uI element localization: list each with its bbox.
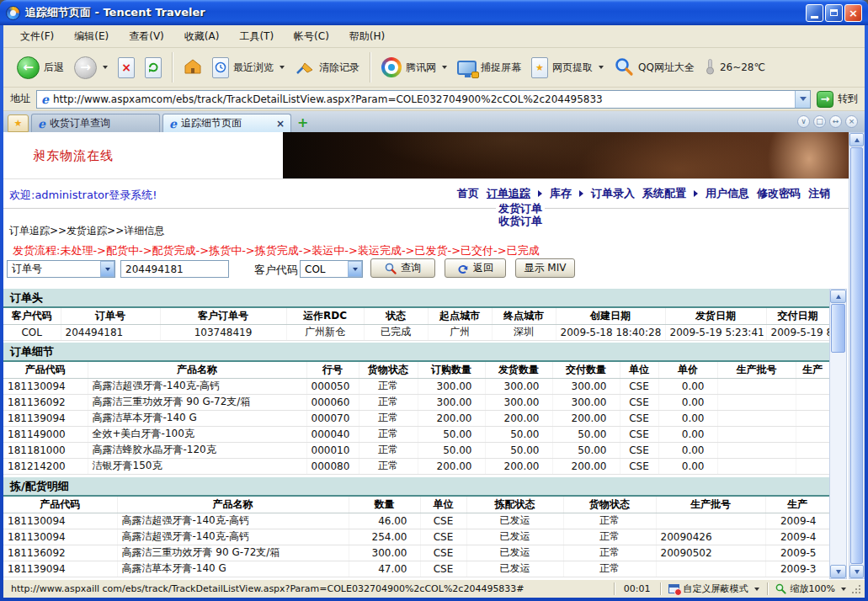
back-button[interactable]: ← 后退 [12, 54, 69, 82]
table-cell: CSE [620, 458, 658, 474]
table-cell: 300.00 [349, 545, 420, 561]
new-tab-button[interactable]: + [297, 116, 308, 130]
tab-receive-order-query[interactable]: e 收货订单查询 [31, 114, 160, 132]
show-miv-button[interactable]: 显示 MIV [515, 258, 575, 278]
nav-item[interactable]: 系统配置 [642, 186, 686, 201]
stop-button[interactable]: × [113, 55, 140, 81]
nav-item[interactable]: 修改密码 [757, 186, 801, 201]
stop-icon: × [118, 57, 135, 78]
tab-strip-controls: ∨ □ ↔ × [797, 115, 858, 128]
web-extract-button[interactable]: ★ 网页提取 [526, 55, 609, 81]
scroll-down-button[interactable] [830, 565, 846, 578]
forward-button[interactable]: → [69, 54, 113, 82]
select-arrow-button[interactable] [348, 261, 362, 277]
tab-bar: ★ e 收货订单查询 e 追踪细节页面 × + ∨ □ ↔ × [3, 111, 865, 132]
nav-sub-item[interactable]: 发货订单 [498, 202, 542, 215]
nav-item[interactable]: 订单追踪 [487, 186, 530, 201]
table-cell [717, 458, 796, 474]
nav-item[interactable]: 注销 [808, 186, 830, 201]
chevron-up-icon [855, 138, 860, 142]
nav-item[interactable]: 库存 [550, 186, 572, 201]
order-number-input[interactable] [120, 260, 229, 278]
scrollbar-thumb[interactable] [831, 304, 845, 353]
menu-item[interactable]: 收藏(A) [174, 25, 230, 47]
tab-list-button[interactable]: ∨ [797, 115, 810, 128]
window-title: 追踪细节页面 - Tencent Traveler [25, 5, 205, 20]
chevron-down-icon [800, 97, 807, 101]
select-arrow-button[interactable] [100, 261, 114, 277]
order-type-select[interactable]: 订单号 [7, 260, 115, 278]
return-button[interactable]: 返回 [445, 258, 506, 278]
table-cell: 181181000 [3, 442, 88, 458]
nav-item[interactable]: 订单录入 [591, 186, 635, 201]
home-button[interactable] [178, 56, 207, 80]
table-cell [796, 394, 829, 410]
content-scrollbar[interactable] [829, 289, 847, 579]
breadcrumb: 订单追踪>>发货追踪>>详细信息 [9, 224, 164, 238]
order-type-value: 订单号 [8, 262, 100, 276]
back-label: 后退 [44, 61, 64, 75]
customer-code-select[interactable]: COL [300, 260, 363, 278]
zoom-control[interactable]: 缩放100% [771, 582, 850, 595]
maximize-button[interactable] [825, 4, 843, 22]
scrollbar-thumb[interactable] [850, 147, 863, 564]
qq-sites-button[interactable]: QQ网址大全 [609, 54, 700, 82]
menu-item[interactable]: 文件(F) [10, 25, 64, 47]
window-controls: × [806, 4, 862, 22]
close-button[interactable]: × [844, 4, 862, 22]
block-mode-button[interactable]: 自定义屏蔽模式 [664, 582, 764, 595]
recent-browse-button[interactable]: 最近浏览 [207, 55, 290, 81]
capture-screen-button[interactable]: 捕捉屏幕 [452, 58, 526, 77]
favorites-button[interactable]: ★ [8, 114, 29, 132]
menu-item[interactable]: 查看(V) [119, 25, 174, 47]
menu-item[interactable]: 编辑(E) [64, 25, 119, 47]
table-cell: 2009-3 [765, 561, 829, 577]
address-dropdown-button[interactable] [795, 91, 810, 108]
tab-strip-close-button[interactable]: × [845, 115, 858, 128]
address-input[interactable]: e http://www.aspxamcom/ebs/track/TrackDe… [36, 90, 811, 109]
status-time: 00:01 [618, 583, 657, 594]
nav-item[interactable]: 首页 [457, 186, 479, 201]
minimize-button[interactable] [806, 4, 823, 22]
query-button[interactable]: 查询 [370, 258, 435, 278]
tab-track-detail[interactable]: e 追踪细节页面 × [162, 114, 291, 132]
address-bar: 地址 e http://www.aspxamcom/ebs/track/Trac… [3, 88, 865, 111]
weather-widget[interactable]: 26~28℃ [700, 56, 770, 80]
menu-item[interactable]: 帮助(H) [339, 25, 395, 47]
table-cell: 洁银牙膏150克 [88, 458, 306, 474]
tab-expand-button[interactable]: ↔ [829, 115, 842, 128]
menu-item[interactable]: 帐号(C) [284, 25, 339, 47]
table-cell: CSE [420, 561, 466, 577]
column-header: 运作RDC [286, 307, 364, 324]
ie-page-icon: e [169, 117, 177, 130]
nav-sub-item[interactable]: 收货订单 [498, 215, 542, 227]
column-header: 起点城市 [428, 307, 492, 324]
table-cell: 2009-5-18 18:40:28 [556, 324, 665, 340]
browser-scrollbar[interactable] [849, 132, 865, 579]
return-arrow-icon [457, 263, 469, 274]
web-extract-label: 网页提取 [552, 61, 593, 75]
section-title: 订单头 [3, 289, 829, 306]
table-cell: 正常 [563, 529, 656, 545]
pick-detail-section: 拣/配货明细 产品代码产品名称数量单位拣配状态货物状态生产批号生产1811300… [3, 477, 829, 577]
table-cell: CSE [620, 378, 658, 394]
tab-restore-button[interactable]: □ [813, 115, 826, 128]
table-cell: 47.00 [349, 561, 420, 577]
refresh-button[interactable] [140, 55, 167, 81]
table-cell: 正常 [563, 513, 656, 529]
zoom-label: 缩放100% [791, 582, 835, 595]
scroll-up-button[interactable] [849, 133, 864, 146]
table-cell: 50.00 [552, 426, 620, 442]
table-cell: CSE [420, 529, 466, 545]
table-cell: 2009-5-19 5:23:41 [665, 324, 766, 340]
nav-item[interactable]: 用户信息 [706, 186, 749, 201]
scroll-down-button[interactable] [849, 565, 864, 578]
table-cell: 181214200 [3, 458, 88, 474]
resize-grip[interactable] [852, 583, 862, 595]
tab-close-icon[interactable]: × [276, 119, 285, 129]
tencent-web-button[interactable]: 腾讯网 [376, 55, 452, 80]
menu-item[interactable]: 工具(T) [229, 25, 284, 47]
clear-records-button[interactable]: 清除记录 [290, 55, 365, 81]
go-button[interactable]: → 转到 [817, 91, 858, 108]
scroll-up-button[interactable] [830, 290, 846, 303]
